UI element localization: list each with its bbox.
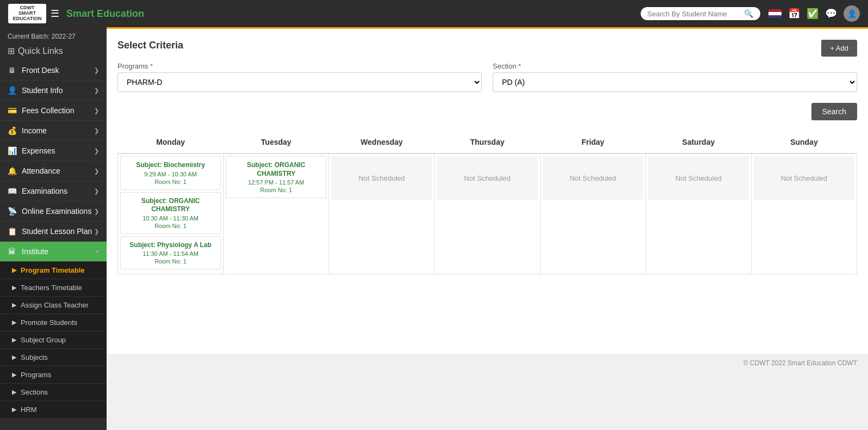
section-group: Section * PD (A) PD (B) PD (C)	[493, 62, 857, 92]
friday-not-scheduled: Not Scheduled	[543, 156, 643, 200]
programs-label: Programs *	[117, 62, 482, 70]
class-room: Room No: 1	[125, 179, 216, 185]
online-exams-icon: 📡	[8, 207, 16, 216]
col-tuesday: Tuesday	[224, 131, 329, 153]
arrow-icon: ▶	[12, 389, 16, 396]
col-monday: Monday	[118, 131, 224, 153]
section-select[interactable]: PD (A) PD (B) PD (C)	[493, 72, 857, 92]
arrow-icon: ▶	[12, 354, 16, 361]
sidebar-item-expenses[interactable]: 📊 Expenses ❯	[0, 141, 107, 161]
sidebar-item-lesson-plan[interactable]: 📋 Student Lesson Plan ❯	[0, 222, 107, 242]
wednesday-not-scheduled: Not Scheduled	[331, 156, 432, 200]
chevron-icon: ❯	[94, 168, 99, 175]
chevron-icon: ❯	[94, 87, 99, 94]
chevron-icon: ❯	[94, 67, 99, 74]
submenu-sections[interactable]: ▶ Sections	[0, 384, 107, 401]
class-entry-organic1: Subject: ORGANIC CHAMISTRY 10:30 AM - 11…	[120, 192, 221, 234]
sidebar-item-income[interactable]: 💰 Income ❯	[0, 121, 107, 141]
footer-copyright: © CDWT 2022 Smart Education CDWT	[107, 354, 868, 372]
class-entry-biochemistry: Subject: Biochemistry 9:29 AM - 10:30 AM…	[120, 156, 221, 190]
search-button[interactable]: Search	[811, 103, 857, 120]
submenu-promote-students[interactable]: ▶ Promote Students	[0, 314, 107, 331]
programs-select[interactable]: PHARM-D MBBS BDS BSN	[117, 72, 482, 92]
arrow-icon: ▶	[12, 284, 16, 291]
wednesday-cell: Not Scheduled	[329, 153, 435, 274]
whatsapp-icon[interactable]: 💬	[825, 8, 837, 20]
student-icon: 👤	[8, 86, 16, 95]
class-subject: Subject: Physiology A Lab	[125, 241, 216, 250]
saturday-not-scheduled: Not Scheduled	[648, 156, 749, 200]
section-label: Section *	[493, 62, 857, 70]
submenu-teachers-timetable[interactable]: ▶ Teachers Timetable	[0, 279, 107, 297]
fees-icon: 💳	[8, 106, 16, 115]
class-subject: Subject: ORGANIC CHAMISTRY	[125, 197, 216, 214]
col-friday: Friday	[540, 131, 646, 153]
sunday-not-scheduled: Not Scheduled	[754, 156, 854, 200]
class-subject: Subject: Biochemistry	[125, 161, 216, 170]
arrow-icon: ▶	[12, 267, 16, 274]
arrow-icon: ▶	[12, 336, 16, 343]
avatar[interactable]: 👤	[844, 5, 860, 22]
sidebar-item-attendance[interactable]: 🔔 Attendance ❯	[0, 161, 107, 181]
saturday-cell: Not Scheduled	[646, 153, 751, 274]
arrow-icon: ▶	[12, 406, 16, 413]
class-subject: Subject: ORGANIC CHAMISTRY	[231, 161, 321, 178]
class-room: Room No: 1	[231, 187, 321, 193]
attendance-icon: 🔔	[8, 167, 16, 175]
programs-group: Programs * PHARM-D MBBS BDS BSN	[117, 62, 482, 92]
class-entry-organic2: Subject: ORGANIC CHAMISTRY 12:57 PM - 11…	[226, 156, 326, 198]
sidebar-item-online-examinations[interactable]: 📡 Online Examinations ❯	[0, 201, 107, 222]
class-time: 9:29 AM - 10:30 AM	[125, 171, 216, 177]
grid-icon: ⊞	[8, 46, 15, 56]
chevron-icon: ❯	[94, 208, 99, 215]
submenu-hrm[interactable]: ▶ HRM	[0, 401, 107, 419]
monday-cell: Subject: Biochemistry 9:29 AM - 10:30 AM…	[118, 153, 224, 274]
chevron-down-icon: ▾	[96, 248, 99, 255]
col-sunday: Sunday	[751, 131, 857, 153]
sidebar-item-examinations[interactable]: 📖 Examinations ❯	[0, 181, 107, 201]
chevron-icon: ❯	[94, 127, 99, 134]
nav-icons: 📅 ✅ 💬 👤	[768, 5, 860, 22]
search-input[interactable]	[647, 10, 740, 18]
class-time: 10:30 AM - 11:30 AM	[125, 215, 216, 222]
sidebar-item-student-info[interactable]: 👤 Student Info ❯	[0, 81, 107, 101]
col-thursday: Thursday	[435, 131, 540, 153]
class-time: 11:30 AM - 11:54 AM	[125, 250, 216, 257]
income-icon: 💰	[8, 126, 16, 135]
chevron-icon: ❯	[94, 107, 99, 114]
submenu-subject-group[interactable]: ▶ Subject Group	[0, 331, 107, 349]
add-button[interactable]: + Add	[821, 40, 857, 57]
criteria-form: Programs * PHARM-D MBBS BDS BSN Section …	[117, 62, 857, 92]
check-icon[interactable]: ✅	[807, 8, 819, 20]
app-title: Smart Education	[66, 8, 144, 20]
arrow-icon: ▶	[12, 302, 16, 309]
lesson-icon: 📋	[8, 227, 16, 236]
submenu-programs[interactable]: ▶ Programs	[0, 366, 107, 384]
page-title: Select Criteria	[117, 40, 857, 51]
class-entry-physiology: Subject: Physiology A Lab 11:30 AM - 11:…	[120, 236, 221, 270]
sidebar-item-institute[interactable]: 🏛 Institute ▾	[0, 242, 107, 262]
sunday-cell: Not Scheduled	[751, 153, 857, 274]
content-card: + Add Select Criteria Programs * PHARM-D…	[107, 27, 868, 354]
programs-required: *	[150, 62, 153, 70]
main-content: + Add Select Criteria Programs * PHARM-D…	[107, 27, 868, 430]
calendar-icon[interactable]: 📅	[788, 8, 800, 20]
class-room: Room No: 1	[125, 258, 216, 265]
submenu-subjects[interactable]: ▶ Subjects	[0, 349, 107, 366]
sidebar-item-front-desk[interactable]: 🖥 Front Desk ❯	[0, 60, 107, 81]
tuesday-cell: Subject: ORGANIC CHAMISTRY 12:57 PM - 11…	[224, 153, 329, 274]
submenu-program-timetable[interactable]: ▶ Program Timetable	[0, 262, 107, 279]
navbar: CDWTSMARTEDUCATION ☰ Smart Education 🔍 📅…	[0, 0, 868, 27]
chevron-icon: ❯	[94, 228, 99, 235]
flag-icon[interactable]	[768, 9, 782, 18]
class-time: 12:57 PM - 11:57 AM	[231, 179, 321, 186]
chevron-icon: ❯	[94, 188, 99, 195]
arrow-icon: ▶	[12, 371, 16, 378]
thursday-not-scheduled: Not Scheduled	[437, 156, 537, 200]
quick-links: ⊞ Quick Links	[0, 44, 107, 60]
submenu-assign-class-teacher[interactable]: ▶ Assign Class Teacher	[0, 297, 107, 314]
sidebar-item-fees-collection[interactable]: 💳 Fees Collection ❯	[0, 101, 107, 121]
hamburger-icon[interactable]: ☰	[51, 8, 59, 20]
logo: CDWTSMARTEDUCATION	[8, 4, 46, 23]
class-room: Room No: 1	[125, 223, 216, 229]
